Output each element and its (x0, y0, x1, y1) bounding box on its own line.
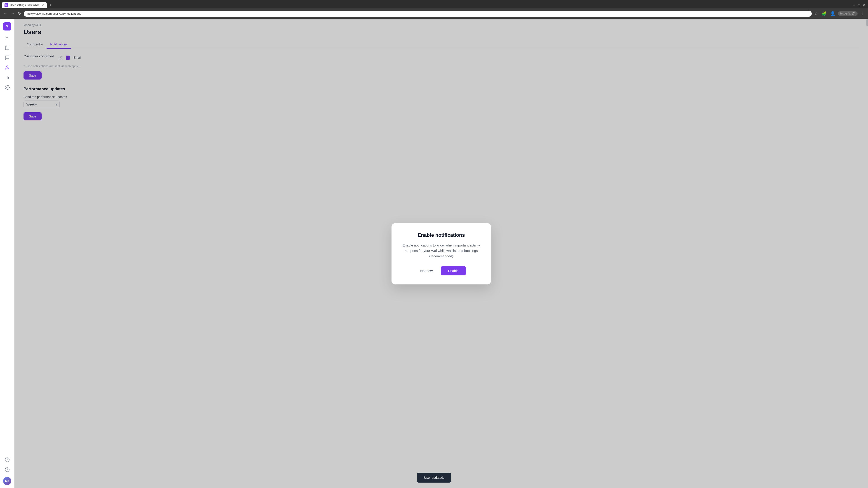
dialog-title: Enable notifications (402, 232, 480, 238)
main-content: Moodjoy7434 Users Your profile Notificat… (14, 19, 868, 488)
not-now-button[interactable]: Not now (416, 267, 436, 275)
dialog-overlay: Enable notifications Enable notification… (14, 19, 868, 488)
sidebar-item-settings[interactable] (3, 83, 12, 92)
svg-point-9 (5, 468, 9, 472)
reload-button[interactable]: ↻ (17, 11, 22, 17)
extensions-button[interactable]: 🧩 (821, 10, 828, 17)
tab-bar: M User settings | Waitwhile ✕ + ─ □ ✕ (0, 0, 868, 8)
tab-title: User settings | Waitwhile (10, 4, 39, 7)
sidebar-item-home[interactable]: ⌂ (3, 33, 12, 42)
sidebar-item-messages[interactable] (3, 53, 12, 62)
enable-button[interactable]: Enable (441, 266, 466, 275)
close-button[interactable]: ✕ (862, 2, 866, 8)
sidebar-item-users[interactable] (3, 63, 12, 72)
forward-button[interactable]: → (10, 11, 16, 17)
enable-notifications-dialog: Enable notifications Enable notification… (392, 223, 491, 285)
sidebar-item-analytics[interactable] (3, 73, 12, 82)
minimize-button[interactable]: ─ (852, 2, 856, 8)
browser-tab[interactable]: M User settings | Waitwhile ✕ (2, 2, 47, 8)
app-layout: M ⌂ (0, 19, 868, 488)
svg-rect-0 (5, 46, 9, 50)
sidebar-item-help[interactable] (3, 465, 12, 474)
sidebar: M ⌂ (0, 19, 14, 488)
new-tab-button[interactable]: + (48, 2, 54, 8)
address-bar[interactable]: new.waitwhile.com/user?tab=notifications (24, 11, 812, 17)
svg-point-4 (6, 66, 8, 67)
user-avatar[interactable]: MJ (3, 477, 11, 485)
tab-close-icon[interactable]: ✕ (41, 3, 44, 7)
dialog-body: Enable notifications to know when import… (402, 242, 480, 259)
svg-point-8 (6, 87, 8, 88)
maximize-button[interactable]: □ (857, 2, 861, 8)
sidebar-item-calendar[interactable] (3, 43, 12, 52)
browser-chrome: M User settings | Waitwhile ✕ + ─ □ ✕ ← … (0, 0, 868, 19)
dialog-actions: Not now Enable (402, 266, 480, 275)
profile-button[interactable]: 👤 (829, 10, 836, 17)
incognito-badge: Incognito (2) (838, 11, 858, 16)
menu-button[interactable]: ⋮ (860, 10, 865, 17)
sidebar-item-refresh[interactable] (3, 455, 12, 464)
favicon: M (4, 3, 8, 7)
back-button[interactable]: ← (3, 11, 8, 17)
toast-notification: User updated. (417, 473, 451, 483)
nav-bar: ← → ↻ new.waitwhile.com/user?tab=notific… (0, 8, 868, 19)
bookmark-button[interactable]: ☆ (813, 10, 819, 17)
nav-extras: ☆ 🧩 👤 Incognito (2) ⋮ (813, 10, 865, 17)
url-text: new.waitwhile.com/user?tab=notifications (27, 12, 81, 15)
sidebar-logo[interactable]: M (3, 22, 11, 31)
toast-message: User updated. (424, 476, 444, 480)
